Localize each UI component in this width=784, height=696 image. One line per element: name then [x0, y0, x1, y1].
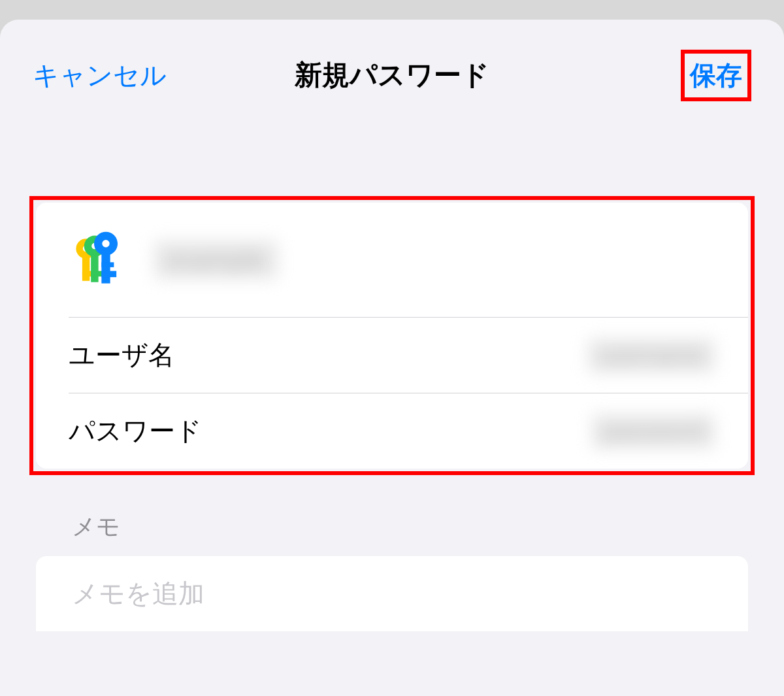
- credentials-card: example ユーザ名 username パスワード password: [36, 203, 748, 469]
- svg-rect-2: [82, 256, 90, 281]
- cancel-button[interactable]: キャンセル: [33, 58, 167, 93]
- svg-rect-6: [91, 255, 98, 282]
- content-area: example ユーザ名 username パスワード password: [0, 105, 784, 631]
- passwords-keys-icon: [69, 229, 131, 291]
- username-label: ユーザ名: [69, 337, 174, 373]
- username-row[interactable]: ユーザ名 username: [36, 318, 748, 393]
- backdrop: [0, 0, 784, 20]
- username-value-blurred: username: [587, 338, 715, 373]
- save-highlight-outline: 保存: [681, 50, 751, 101]
- notes-placeholder: メモを追加: [72, 576, 712, 612]
- notes-card[interactable]: メモを追加: [36, 556, 748, 631]
- site-value-blurred: example: [154, 240, 278, 280]
- svg-rect-12: [101, 262, 114, 267]
- nav-header: キャンセル 新規パスワード 保存: [0, 20, 784, 105]
- notes-section-label: メモ: [29, 475, 755, 556]
- password-row[interactable]: パスワード password: [36, 393, 748, 469]
- password-label: パスワード: [69, 413, 202, 449]
- new-password-modal: キャンセル 新規パスワード 保存: [0, 20, 784, 696]
- site-row[interactable]: example: [36, 203, 748, 317]
- svg-rect-10: [101, 254, 110, 284]
- password-value-blurred: password: [591, 414, 715, 449]
- svg-point-9: [102, 240, 109, 247]
- svg-rect-11: [101, 271, 116, 278]
- page-title: 新規パスワード: [295, 57, 489, 93]
- save-button[interactable]: 保存: [690, 58, 742, 93]
- fields-highlight-outline: example ユーザ名 username パスワード password: [29, 196, 755, 475]
